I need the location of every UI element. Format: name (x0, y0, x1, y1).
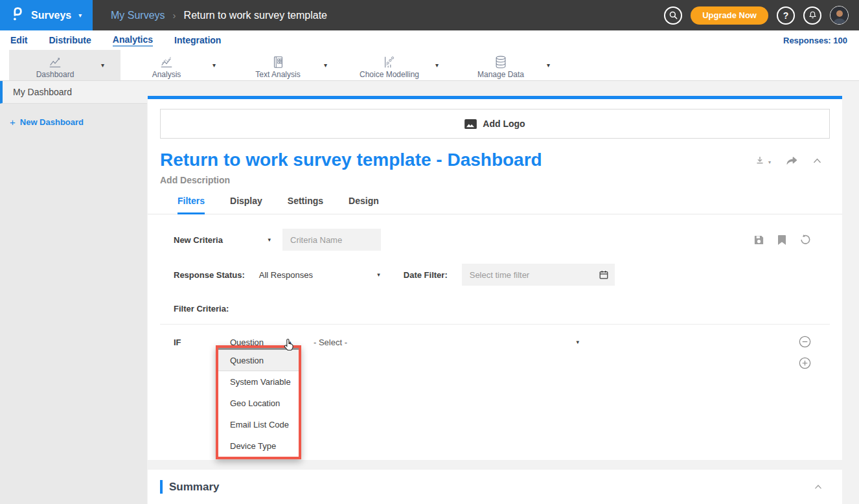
search-button[interactable] (664, 6, 682, 25)
breadcrumb-current: Return to work survey template (184, 10, 327, 21)
questionpro-logo-icon (10, 5, 25, 26)
help-button[interactable]: ? (777, 6, 795, 25)
add-logo-label: Add Logo (483, 119, 525, 129)
page-title: Return to work survey template - Dashboa… (160, 150, 754, 170)
dropdown-option-question[interactable]: Question (218, 350, 299, 371)
summary-title: Summary (169, 481, 814, 494)
caret-down-icon[interactable]: ▾ (435, 62, 455, 69)
nav-item-distribute[interactable]: Distribute (49, 34, 91, 46)
chevron-up-icon (812, 157, 822, 164)
collapse-summary-button[interactable] (814, 484, 823, 490)
new-dashboard-button[interactable]: + New Dashboard (10, 117, 147, 128)
nav-item-integration[interactable]: Integration (174, 34, 221, 46)
save-icon (753, 235, 764, 246)
toolbar-label: Text Analysis (255, 70, 300, 79)
toolbar-item-analysis[interactable]: Analysis ▾ (120, 50, 232, 80)
caret-down-icon[interactable]: ▾ (547, 62, 566, 69)
save-criteria-button[interactable] (753, 235, 764, 246)
minus-circle-icon (799, 336, 811, 348)
toolbar-item-choice-modelling[interactable]: Choice Modelling ▾ (343, 50, 455, 80)
share-button[interactable] (785, 155, 798, 166)
image-icon (464, 119, 477, 129)
analytics-toolbar: Dashboard ▾ Analysis ▾ Text Analysis (0, 50, 859, 81)
toolbar-item-dashboard[interactable]: Dashboard ▾ (9, 50, 120, 80)
criteria-actions (753, 234, 811, 246)
toolbar-label: Manage Data (477, 70, 524, 79)
caret-down-icon[interactable]: ▾ (212, 62, 232, 69)
criteria-type-select[interactable]: New Criteria ▾ (174, 235, 271, 245)
breadcrumb-parent[interactable]: My Surveys (111, 10, 165, 21)
brand-label: Surveys (31, 10, 71, 21)
response-status-select[interactable]: All Responses ▾ (259, 270, 380, 280)
new-dashboard-label: New Dashboard (20, 117, 84, 127)
criteria-type-value: New Criteria (174, 235, 223, 245)
date-filter-label: Date Filter: (404, 270, 448, 280)
tab-display[interactable]: Display (230, 196, 262, 214)
nav-item-analytics[interactable]: Analytics (113, 34, 153, 47)
condition-row-actions (799, 336, 811, 369)
plus-circle-icon (799, 357, 811, 369)
add-description-field[interactable]: Add Description (160, 175, 830, 185)
date-filter-field[interactable] (462, 264, 615, 286)
summary-accent-bar (160, 480, 163, 494)
caret-down-icon: ▾ (768, 159, 771, 166)
title-actions: ▾ (754, 150, 830, 166)
if-question-value: - Select - (314, 338, 347, 347)
notification-bell-icon (808, 10, 818, 20)
upgrade-now-button[interactable]: Upgrade Now (691, 6, 768, 25)
toolbar-item-text-analysis[interactable]: Text Analysis ▾ (232, 50, 343, 80)
share-arrow-icon (785, 155, 798, 166)
dropdown-option-system-variable[interactable]: System Variable (218, 371, 299, 393)
dropdown-option-email-list-code[interactable]: Email List Code (218, 414, 299, 435)
remove-condition-button[interactable] (799, 336, 811, 348)
toolbar-label: Choice Modelling (360, 70, 419, 79)
collapse-card-button[interactable] (812, 157, 822, 164)
if-question-select[interactable]: - Select - ▾ (314, 338, 579, 347)
criteria-name-input[interactable] (282, 229, 381, 251)
breadcrumb-separator: › (173, 10, 176, 21)
choice-modelling-icon (381, 55, 398, 69)
analysis-chart-icon (158, 55, 175, 69)
if-type-dropdown-menu: Question System Variable Geo Location Em… (216, 345, 301, 459)
product-switcher[interactable]: Surveys ▾ (0, 0, 93, 30)
survey-nav: Edit Distribute Analytics Integration Re… (0, 30, 859, 50)
toolbar-label: Analysis (152, 70, 181, 79)
add-logo-dropzone[interactable]: Add Logo (160, 109, 830, 139)
caret-down-icon[interactable]: ▾ (101, 62, 120, 69)
tab-settings[interactable]: Settings (288, 196, 323, 214)
nav-item-edit[interactable]: Edit (10, 34, 27, 46)
tab-filters[interactable]: Filters (178, 196, 205, 214)
bookmark-criteria-button[interactable] (777, 235, 786, 246)
reset-criteria-button[interactable] (799, 234, 811, 246)
summary-card: Summary (148, 470, 842, 504)
bookmark-icon (777, 235, 786, 246)
filter-criteria-label: Filter Criteria: (174, 304, 816, 314)
response-status-row: Response Status: All Responses ▾ Date Fi… (174, 264, 816, 286)
user-avatar[interactable] (830, 6, 849, 25)
response-status-label: Response Status: (174, 270, 245, 280)
criteria-row: New Criteria ▾ (174, 229, 816, 251)
toolbar-item-manage-data[interactable]: Manage Data ▾ (455, 50, 566, 80)
question-mark-icon: ? (783, 10, 789, 21)
text-analysis-icon (269, 55, 286, 69)
responses-count: Responses: 100 (783, 36, 847, 45)
sidebar-item-my-dashboard[interactable]: My Dashboard (0, 81, 147, 104)
calendar-icon[interactable] (599, 269, 609, 280)
top-header: Surveys ▾ My Surveys › Return to work su… (0, 0, 859, 30)
notifications-button[interactable] (803, 6, 821, 25)
caret-down-icon[interactable]: ▾ (324, 62, 343, 69)
caret-down-icon: ▾ (78, 12, 82, 19)
dropdown-option-geo-location[interactable]: Geo Location (218, 393, 299, 414)
download-icon (754, 155, 766, 166)
dropdown-option-device-type[interactable]: Device Type (218, 435, 299, 457)
add-condition-button[interactable] (799, 357, 811, 369)
reset-refresh-icon (799, 234, 811, 246)
database-icon (492, 55, 509, 69)
response-status-value: All Responses (259, 270, 313, 280)
download-button[interactable] (754, 155, 766, 166)
date-filter-input[interactable] (462, 264, 599, 286)
tab-design[interactable]: Design (349, 196, 379, 214)
settings-tabs: Filters Display Settings Design (148, 196, 842, 214)
main-content: Add Logo Return to work survey template … (147, 81, 859, 504)
avatar-photo-icon (830, 6, 849, 25)
